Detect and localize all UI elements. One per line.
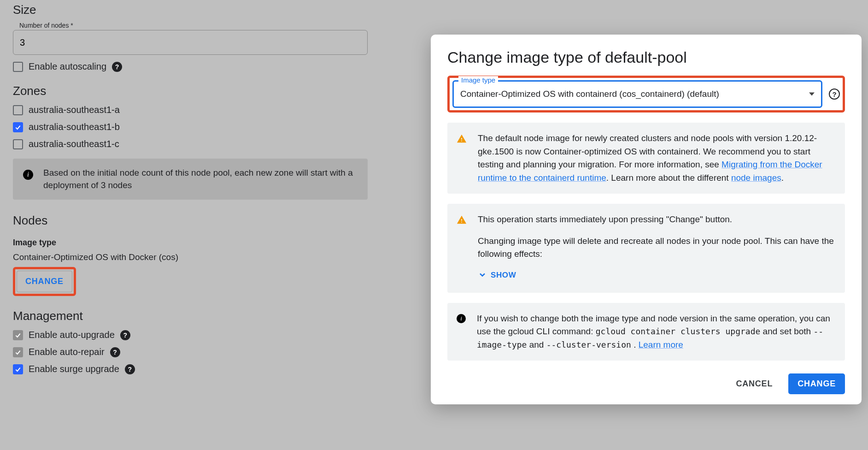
auto-upgrade-checkbox[interactable] xyxy=(13,330,23,340)
zone-label: australia-southeast1-a xyxy=(29,105,120,115)
node-pool-settings-panel: Size Number of nodes * Enable autoscalin… xyxy=(13,0,381,374)
nodes-heading: Nodes xyxy=(13,213,381,228)
size-section: Size Number of nodes * Enable autoscalin… xyxy=(13,3,381,72)
modal-title: Change image type of default-pool xyxy=(447,48,845,66)
zone-checkbox[interactable] xyxy=(13,122,23,132)
info-text: If you wish to change both the image typ… xyxy=(477,312,834,352)
help-icon[interactable]: ? xyxy=(829,89,840,100)
image-type-select-label: Image type xyxy=(458,76,498,84)
help-icon[interactable]: ? xyxy=(112,62,122,72)
warning-box-2: This operation starts immediately upon p… xyxy=(447,204,845,293)
auto-upgrade-label: Enable auto-upgrade xyxy=(29,330,115,340)
number-of-nodes-input[interactable] xyxy=(13,30,368,55)
warning-2-text: This operation starts immediately upon p… xyxy=(478,213,834,284)
management-heading: Management xyxy=(13,309,381,323)
size-heading: Size xyxy=(13,3,381,17)
warning-icon xyxy=(457,215,467,229)
management-section: Management Enable auto-upgrade ? Enable … xyxy=(13,309,381,374)
zone-checkbox[interactable] xyxy=(13,139,23,149)
zones-info-text: Based on the initial node count of this … xyxy=(43,167,358,191)
enable-autoscaling-checkbox[interactable] xyxy=(13,62,23,72)
modal-actions: CANCEL CHANGE xyxy=(447,373,845,394)
show-more-label: SHOW xyxy=(491,269,516,281)
zones-info-box: i Based on the initial node count of thi… xyxy=(13,159,368,200)
enable-autoscaling-label: Enable autoscaling xyxy=(29,61,106,72)
image-type-select-highlight: Image type Container-Optimized OS with c… xyxy=(447,76,845,112)
zone-checkbox[interactable] xyxy=(13,105,23,115)
zones-section: Zones australia-southeast1-a australia-s… xyxy=(13,84,381,200)
zones-heading: Zones xyxy=(13,84,381,98)
show-more-button[interactable]: SHOW xyxy=(478,269,516,281)
info-icon: i xyxy=(23,170,33,180)
info-box: i If you wish to change both the image t… xyxy=(447,303,845,361)
zone-label: australia-southeast1-c xyxy=(29,139,119,149)
nodes-section: Nodes Image type Container-Optimized OS … xyxy=(13,213,381,296)
change-image-type-button[interactable]: CHANGE xyxy=(17,271,72,292)
auto-repair-label: Enable auto-repair xyxy=(29,347,105,357)
change-image-type-modal: Change image type of default-pool Image … xyxy=(431,35,862,404)
confirm-change-button[interactable]: CHANGE xyxy=(788,373,845,394)
change-button-highlight: CHANGE xyxy=(13,267,76,296)
image-type-select-value: Container-Optimized OS with containerd (… xyxy=(460,89,719,99)
auto-repair-checkbox[interactable] xyxy=(13,347,23,357)
warning-icon xyxy=(457,134,467,148)
cancel-button[interactable]: CANCEL xyxy=(728,373,780,394)
image-type-label: Image type xyxy=(13,238,381,248)
learn-more-link[interactable]: Learn more xyxy=(639,340,683,349)
help-icon[interactable]: ? xyxy=(120,330,130,340)
node-images-link[interactable]: node images xyxy=(731,173,781,183)
warning-box-1: The default node image for newly created… xyxy=(447,123,845,194)
warning-1-text: The default node image for newly created… xyxy=(478,132,834,184)
info-icon: i xyxy=(457,314,466,323)
surge-upgrade-label: Enable surge upgrade xyxy=(29,364,119,374)
image-type-select[interactable]: Image type Container-Optimized OS with c… xyxy=(452,80,822,108)
surge-upgrade-checkbox[interactable] xyxy=(13,364,23,374)
chevron-down-icon xyxy=(809,93,815,96)
image-type-value: Container-Optimized OS with Docker (cos) xyxy=(13,252,381,262)
zone-label: australia-southeast1-b xyxy=(29,122,120,132)
help-icon[interactable]: ? xyxy=(125,364,135,374)
number-of-nodes-label: Number of nodes * xyxy=(19,22,381,29)
help-icon[interactable]: ? xyxy=(110,347,120,357)
